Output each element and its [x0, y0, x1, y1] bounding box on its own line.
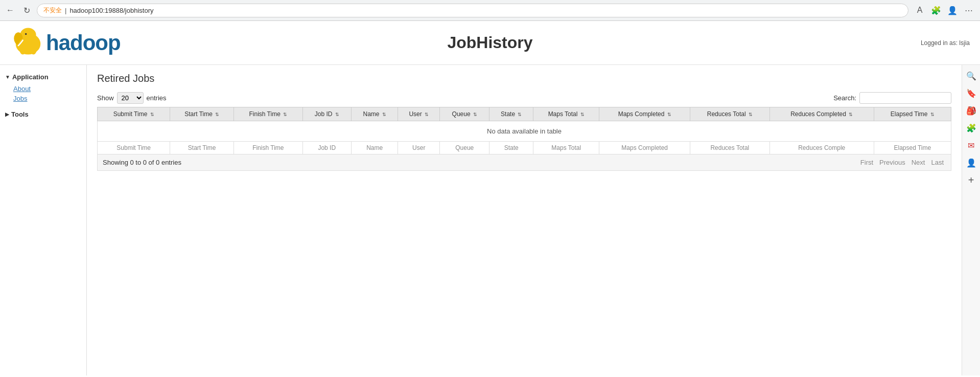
col-state[interactable]: State ⇅	[489, 107, 533, 121]
footer-job-id: Job ID	[302, 142, 351, 154]
right-person-button[interactable]: 👤	[964, 155, 979, 170]
previous-button[interactable]: Previous	[877, 158, 907, 167]
col-elapsed-time[interactable]: Elapsed Time ⇅	[874, 107, 951, 121]
col-reduces-total[interactable]: Reduces Total ⇅	[690, 107, 769, 121]
footer-start-time: Start Time	[170, 142, 234, 154]
right-add-button[interactable]: +	[964, 172, 979, 188]
jobs-table: Submit Time ⇅ Start Time ⇅ Finish Time ⇅…	[97, 107, 951, 154]
svg-point-5	[25, 33, 27, 35]
right-bookmark-button[interactable]: 🔖	[964, 85, 979, 101]
page-title: JobHistory	[447, 33, 532, 52]
last-button[interactable]: Last	[929, 158, 946, 167]
about-link[interactable]: About	[10, 84, 86, 94]
tools-label: Tools	[11, 110, 29, 118]
col-job-id[interactable]: Job ID ⇅	[302, 107, 351, 121]
footer-maps-total: Maps Total	[533, 142, 599, 154]
no-data-row: No data available in table	[98, 121, 951, 142]
logged-in-label: Logged in as: lsjia	[921, 39, 970, 47]
svg-point-1	[30, 42, 37, 54]
application-links: About Jobs	[0, 84, 86, 103]
entries-select[interactable]: 10 20 25 50 100	[117, 92, 144, 104]
translate-icon[interactable]: A	[913, 3, 927, 17]
col-submit-time[interactable]: Submit Time ⇅	[98, 107, 170, 121]
footer-state: State	[489, 142, 533, 154]
application-label: Application	[12, 73, 49, 81]
no-data-cell: No data available in table	[98, 121, 951, 142]
application-section: ▼ Application About Jobs	[0, 70, 86, 103]
col-queue[interactable]: Queue ⇅	[440, 107, 489, 121]
security-warning: 不安全	[43, 6, 62, 15]
search-input[interactable]	[859, 92, 951, 104]
right-mail-button[interactable]: ✉	[964, 138, 979, 153]
footer-elapsed-time: Elapsed Time	[874, 142, 951, 154]
hadoop-brand-text: hadoop	[46, 31, 121, 55]
right-bag-button[interactable]: 🎒	[964, 103, 979, 118]
footer-maps-completed: Maps Completed	[599, 142, 690, 154]
show-label: Show	[97, 94, 114, 102]
col-maps-total[interactable]: Maps Total ⇅	[533, 107, 599, 121]
pagination-buttons: First Previous Next Last	[858, 158, 946, 167]
footer-reduces-total: Reduces Total	[690, 142, 769, 154]
search-label: Search:	[833, 94, 856, 102]
back-button[interactable]: ←	[4, 4, 16, 16]
col-start-time[interactable]: Start Time ⇅	[170, 107, 234, 121]
col-name[interactable]: Name ⇅	[351, 107, 398, 121]
jobs-link[interactable]: Jobs	[10, 94, 86, 103]
retired-jobs-title: Retired Jobs	[97, 73, 951, 84]
application-arrow: ▼	[5, 74, 10, 80]
footer-reduces-completed: Reduces Comple	[769, 142, 874, 154]
right-search-button[interactable]: 🔍	[964, 68, 979, 83]
entries-label: entries	[147, 94, 167, 102]
first-button[interactable]: First	[858, 158, 875, 167]
show-entries-control: Show 10 20 25 50 100 entries	[97, 92, 167, 104]
col-finish-time[interactable]: Finish Time ⇅	[234, 107, 303, 121]
tools-section-header[interactable]: ▶ Tools	[0, 107, 86, 121]
showing-text: Showing 0 to 0 of 0 entries	[103, 159, 181, 166]
footer-finish-time: Finish Time	[234, 142, 303, 154]
tools-arrow: ▶	[5, 112, 9, 117]
app-header: hadoop JobHistory Logged in as: lsjia	[0, 21, 980, 65]
hadoop-elephant-icon	[10, 26, 46, 59]
address-bar: 不安全 | hadoop100:19888/jobhistory	[37, 4, 908, 17]
content-area: Retired Jobs Show 10 20 25 50 100 entrie…	[87, 65, 962, 375]
right-panel: 🔍 🔖 🎒 🧩 ✉ 👤 +	[962, 65, 980, 375]
menu-icon[interactable]: ⋯	[962, 3, 976, 17]
footer-user: User	[398, 142, 440, 154]
profile-icon[interactable]: 👤	[945, 3, 960, 17]
refresh-button[interactable]: ↻	[20, 4, 33, 16]
col-user[interactable]: User ⇅	[398, 107, 440, 121]
search-box: Search:	[833, 92, 951, 104]
footer-queue: Queue	[440, 142, 489, 154]
sidebar: ▼ Application About Jobs ▶ Tools	[0, 65, 87, 375]
browser-chrome: ← ↻ 不安全 | hadoop100:19888/jobhistory A 🧩…	[0, 0, 980, 21]
footer-submit-time: Submit Time	[98, 142, 170, 154]
url-text: hadoop100:19888/jobhistory	[69, 7, 153, 14]
browser-right-icons: A 🧩 👤 ⋯	[913, 3, 976, 17]
next-button[interactable]: Next	[909, 158, 927, 167]
tools-section: ▶ Tools	[0, 107, 86, 121]
application-section-header[interactable]: ▼ Application	[0, 70, 86, 84]
table-controls: Show 10 20 25 50 100 entries Search:	[97, 92, 951, 104]
col-reduces-completed[interactable]: Reduces Completed ⇅	[769, 107, 874, 121]
table-header-row: Submit Time ⇅ Start Time ⇅ Finish Time ⇅…	[98, 107, 951, 121]
footer-name: Name	[351, 142, 398, 154]
extensions-icon[interactable]: 🧩	[929, 3, 943, 17]
col-maps-completed[interactable]: Maps Completed ⇅	[599, 107, 690, 121]
right-puzzle-button[interactable]: 🧩	[964, 120, 979, 136]
table-footer: Showing 0 to 0 of 0 entries First Previo…	[97, 154, 951, 171]
table-footer-columns-row: Submit Time Start Time Finish Time Job I…	[98, 142, 951, 154]
hadoop-logo: hadoop	[10, 26, 121, 59]
